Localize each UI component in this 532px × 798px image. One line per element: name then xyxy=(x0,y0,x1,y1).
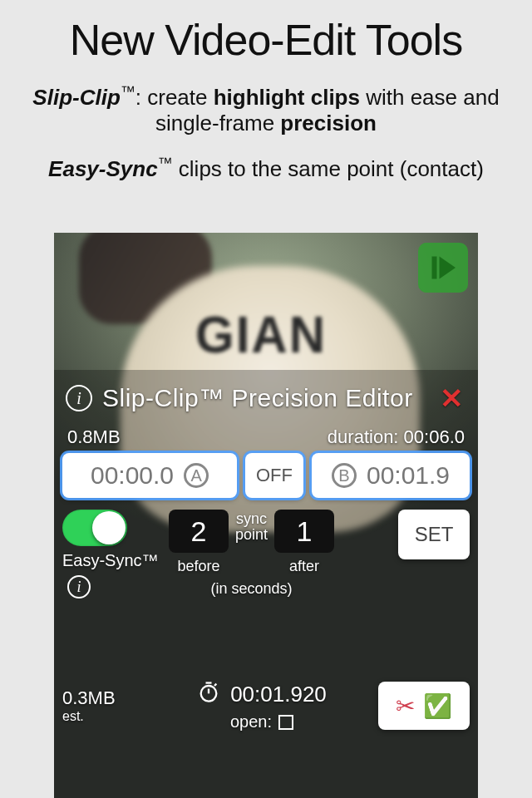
info-icon[interactable]: i xyxy=(67,575,91,598)
close-button[interactable]: ✕ xyxy=(440,382,466,415)
svg-point-2 xyxy=(201,686,217,702)
point-a-field[interactable]: 00:00.0 A xyxy=(62,453,237,498)
b-marker-icon: B xyxy=(332,463,357,488)
est-size-value: 0.3MB xyxy=(62,687,145,709)
svg-marker-1 xyxy=(440,257,456,279)
svg-rect-0 xyxy=(432,257,437,279)
estimated-size: 0.3MB est. xyxy=(62,687,145,724)
cut-confirm-button[interactable]: ✂ ✅ xyxy=(378,682,470,730)
sync-point-label: sync point xyxy=(235,510,268,543)
ab-toggle-button[interactable]: OFF xyxy=(245,453,303,498)
play-icon xyxy=(428,253,458,283)
seconds-after-column: 1 after xyxy=(274,510,334,575)
panel-header: i Slip-Clip™ Precision Editor ✕ xyxy=(62,378,470,426)
sync-row: Easy-Sync™ i 2 before sync point 1 after xyxy=(62,510,470,602)
open-checkbox[interactable] xyxy=(278,715,293,730)
jersey-text: GIAN xyxy=(195,304,327,364)
slip-clip-text-1: : create xyxy=(135,85,214,110)
point-b-field[interactable]: B 00:01.9 xyxy=(312,453,470,498)
feature-slip-clip: Slip-Clip™: create highlight clips with … xyxy=(0,80,532,148)
easy-sync-text: clips to the same point (contact) xyxy=(173,156,484,181)
play-button[interactable] xyxy=(418,243,468,293)
seconds-before-column: 2 before xyxy=(169,510,229,575)
easy-sync-name: Easy-Sync xyxy=(48,156,158,181)
bottom-row: 0.3MB est. 00:01.920 op xyxy=(62,680,470,732)
easy-sync-toggle-label: Easy-Sync™ xyxy=(62,551,159,570)
before-label: before xyxy=(177,556,219,575)
page-title: New Video-Edit Tools xyxy=(0,0,532,80)
slip-clip-highlight: highlight clips xyxy=(214,85,360,110)
scissors-icon: ✂ xyxy=(396,692,415,720)
duration-label: duration: 00:06.0 xyxy=(328,426,465,448)
set-button[interactable]: SET xyxy=(398,510,470,559)
slip-clip-name: Slip-Clip xyxy=(32,85,120,110)
file-size-label: 0.8MB xyxy=(67,426,121,448)
open-option[interactable]: open: xyxy=(230,712,293,732)
info-icon[interactable]: i xyxy=(66,385,92,411)
video-preview-frame: GIAN i Slip-Clip™ Precision Editor ✕ 0.8… xyxy=(54,233,478,798)
sync-time-column: 00:01.920 open: xyxy=(145,680,378,732)
seconds-before-stepper[interactable]: 2 xyxy=(169,510,229,553)
ab-points-row: 00:00.0 A OFF B 00:01.9 xyxy=(62,453,470,510)
sync-time-value: 00:01.920 xyxy=(230,682,327,707)
check-icon: ✅ xyxy=(423,692,452,720)
toggle-knob xyxy=(92,511,126,544)
easy-sync-column: Easy-Sync™ i xyxy=(62,510,162,598)
stopwatch-icon xyxy=(197,680,220,709)
after-label: after xyxy=(289,556,319,575)
a-marker-icon: A xyxy=(184,463,209,488)
panel-title: Slip-Clip™ Precision Editor xyxy=(102,384,430,412)
editor-panel: i Slip-Clip™ Precision Editor ✕ 0.8MB du… xyxy=(54,370,478,798)
est-sub-label: est. xyxy=(62,709,145,724)
slip-clip-precision: precision xyxy=(280,111,377,135)
seconds-after-stepper[interactable]: 1 xyxy=(274,510,334,553)
open-label: open: xyxy=(230,712,272,732)
meta-row: 0.8MB duration: 00:06.0 xyxy=(62,426,470,453)
point-a-value: 00:00.0 xyxy=(91,461,174,490)
trademark-symbol: ™ xyxy=(121,83,135,100)
feature-easy-sync: Easy-Sync™ clips to the same point (cont… xyxy=(0,148,532,200)
sync-center: 2 before sync point 1 after (in seconds) xyxy=(169,510,334,598)
trademark-symbol: ™ xyxy=(158,155,173,171)
point-b-value: 00:01.9 xyxy=(367,461,450,490)
easy-sync-toggle[interactable] xyxy=(62,510,127,546)
in-seconds-label: (in seconds) xyxy=(211,575,293,598)
